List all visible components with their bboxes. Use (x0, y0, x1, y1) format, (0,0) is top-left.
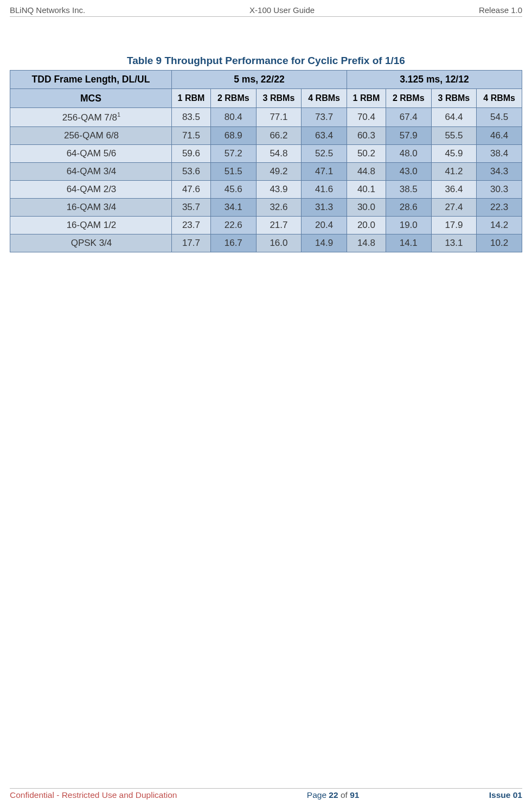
col-2rbms-a: 2 RBMs (210, 89, 256, 108)
data-cell: 34.3 (477, 162, 522, 180)
data-cell: 16.0 (256, 234, 302, 252)
data-cell: 23.7 (171, 216, 210, 234)
data-cell: 57.2 (210, 144, 256, 162)
mcs-label: 64-QAM 2/3 (10, 180, 172, 198)
data-cell: 30.3 (477, 180, 522, 198)
data-cell: 54.5 (477, 108, 522, 127)
mcs-label: 64-QAM 3/4 (10, 162, 172, 180)
col-2rbms-b: 2 RBMs (386, 89, 431, 108)
col-frame-label: TDD Frame Length, DL/UL (10, 71, 172, 89)
data-cell: 22.6 (210, 216, 256, 234)
data-cell: 41.2 (431, 162, 477, 180)
page-number: 22 (329, 790, 338, 800)
data-cell: 16.7 (210, 234, 256, 252)
data-cell: 55.5 (431, 126, 477, 144)
data-cell: 57.9 (386, 126, 431, 144)
data-cell: 17.7 (171, 234, 210, 252)
data-cell: 17.9 (431, 216, 477, 234)
data-cell: 68.9 (210, 126, 256, 144)
data-cell: 71.5 (171, 126, 210, 144)
mcs-label: QPSK 3/4 (10, 234, 172, 252)
mcs-label: 64-QAM 5/6 (10, 144, 172, 162)
data-cell: 40.1 (347, 180, 386, 198)
table-row: 64-QAM 3/453.651.549.247.144.843.041.234… (10, 162, 522, 180)
data-cell: 21.7 (256, 216, 302, 234)
data-cell: 52.5 (302, 144, 347, 162)
data-cell: 83.5 (171, 108, 210, 127)
data-cell: 19.0 (386, 216, 431, 234)
data-cell: 27.4 (431, 198, 477, 216)
data-cell: 77.1 (256, 108, 302, 127)
data-cell: 70.4 (347, 108, 386, 127)
col-3rbms-b: 3 RBMs (431, 89, 477, 108)
data-cell: 54.8 (256, 144, 302, 162)
mcs-label: 16-QAM 1/2 (10, 216, 172, 234)
mcs-label: 16-QAM 3/4 (10, 198, 172, 216)
header-title: X-100 User Guide (249, 5, 315, 15)
table-row: 64-QAM 2/347.645.643.941.640.138.536.430… (10, 180, 522, 198)
data-cell: 41.6 (302, 180, 347, 198)
data-cell: 43.0 (386, 162, 431, 180)
data-cell: 44.8 (347, 162, 386, 180)
data-cell: 35.7 (171, 198, 210, 216)
table-row: 64-QAM 5/659.657.254.852.550.248.045.938… (10, 144, 522, 162)
data-cell: 30.0 (347, 198, 386, 216)
col-1rbm-b: 1 RBM (347, 89, 386, 108)
page-of: of (338, 790, 350, 800)
data-cell: 14.9 (302, 234, 347, 252)
header-company: BLiNQ Networks Inc. (10, 5, 85, 15)
data-cell: 47.6 (171, 180, 210, 198)
throughput-table: TDD Frame Length, DL/UL 5 ms, 22/22 3.12… (10, 70, 522, 252)
header-release: Release 1.0 (479, 5, 522, 15)
data-cell: 46.4 (477, 126, 522, 144)
footer-confidential: Confidential - Restricted Use and Duplic… (10, 790, 177, 800)
data-cell: 14.1 (386, 234, 431, 252)
table-caption: Table 9 Throughput Performance for Cycli… (10, 55, 522, 67)
data-cell: 48.0 (386, 144, 431, 162)
page-header: BLiNQ Networks Inc. X-100 User Guide Rel… (10, 5, 522, 17)
page-footer: Confidential - Restricted Use and Duplic… (10, 788, 522, 800)
table-row: 16-QAM 3/435.734.132.631.330.028.627.422… (10, 198, 522, 216)
col-3rbms-a: 3 RBMs (256, 89, 302, 108)
mcs-label: 256-QAM 6/8 (10, 126, 172, 144)
data-cell: 38.5 (386, 180, 431, 198)
footer-page: Page 22 of 91 (307, 790, 360, 800)
table-row: QPSK 3/417.716.716.014.914.814.113.110.2 (10, 234, 522, 252)
data-cell: 22.3 (477, 198, 522, 216)
data-cell: 20.4 (302, 216, 347, 234)
data-cell: 45.6 (210, 180, 256, 198)
data-cell: 73.7 (302, 108, 347, 127)
mcs-label: 256-QAM 7/81 (10, 108, 172, 127)
data-cell: 10.2 (477, 234, 522, 252)
table-row: 16-QAM 1/223.722.621.720.420.019.017.914… (10, 216, 522, 234)
data-cell: 20.0 (347, 216, 386, 234)
footer-issue: Issue 01 (489, 790, 522, 800)
data-cell: 50.2 (347, 144, 386, 162)
data-cell: 49.2 (256, 162, 302, 180)
data-cell: 43.9 (256, 180, 302, 198)
data-cell: 14.8 (347, 234, 386, 252)
table-row: 256-QAM 6/871.568.966.263.460.357.955.54… (10, 126, 522, 144)
col-4rbms-b: 4 RBMs (477, 89, 522, 108)
col-4rbms-a: 4 RBMs (302, 89, 347, 108)
data-cell: 34.1 (210, 198, 256, 216)
data-cell: 59.6 (171, 144, 210, 162)
col-1rbm-a: 1 RBM (171, 89, 210, 108)
data-cell: 60.3 (347, 126, 386, 144)
data-cell: 47.1 (302, 162, 347, 180)
data-cell: 32.6 (256, 198, 302, 216)
data-cell: 53.6 (171, 162, 210, 180)
data-cell: 13.1 (431, 234, 477, 252)
footnote-sup: 1 (117, 111, 120, 118)
table-row: 256-QAM 7/8183.580.477.173.770.467.464.4… (10, 108, 522, 127)
data-cell: 63.4 (302, 126, 347, 144)
data-cell: 45.9 (431, 144, 477, 162)
data-cell: 28.6 (386, 198, 431, 216)
data-cell: 80.4 (210, 108, 256, 127)
data-cell: 66.2 (256, 126, 302, 144)
page-total: 91 (350, 790, 359, 800)
data-cell: 38.4 (477, 144, 522, 162)
data-cell: 36.4 (431, 180, 477, 198)
data-cell: 67.4 (386, 108, 431, 127)
data-cell: 51.5 (210, 162, 256, 180)
